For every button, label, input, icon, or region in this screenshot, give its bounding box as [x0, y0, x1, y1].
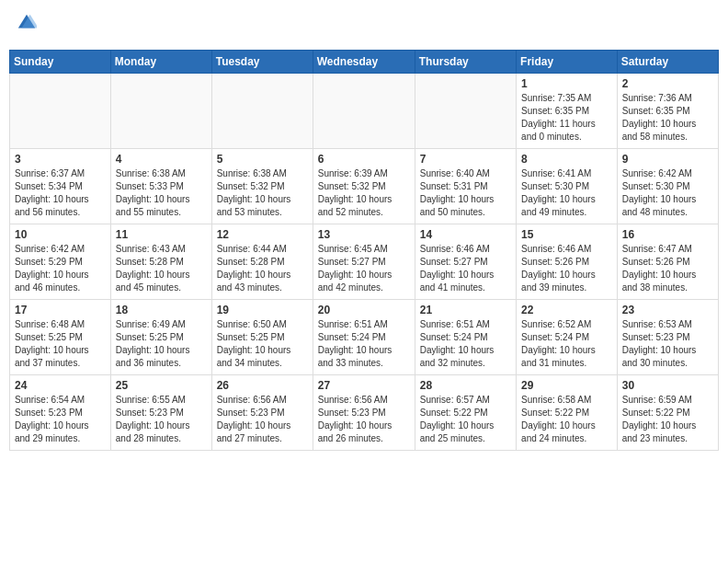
weekday-header-wednesday: Wednesday — [313, 51, 415, 74]
calendar-cell: 26Sunrise: 6:56 AMSunset: 5:23 PMDayligh… — [211, 375, 313, 451]
calendar-cell: 13Sunrise: 6:45 AMSunset: 5:27 PMDayligh… — [313, 224, 415, 300]
day-info: Sunrise: 6:46 AMSunset: 5:27 PMDaylight:… — [420, 243, 511, 294]
calendar-cell: 16Sunrise: 6:47 AMSunset: 5:26 PMDayligh… — [617, 224, 718, 300]
day-number: 20 — [318, 304, 410, 316]
calendar-cell: 23Sunrise: 6:53 AMSunset: 5:23 PMDayligh… — [617, 300, 718, 375]
calendar-cell: 4Sunrise: 6:38 AMSunset: 5:33 PMDaylight… — [110, 149, 211, 224]
day-number: 4 — [116, 153, 207, 166]
page-header — [9, 9, 719, 42]
day-info: Sunrise: 7:35 AMSunset: 6:35 PMDaylight:… — [521, 92, 612, 144]
day-number: 2 — [622, 77, 713, 90]
day-number: 1 — [521, 77, 612, 90]
day-info: Sunrise: 7:36 AMSunset: 6:35 PMDaylight:… — [622, 92, 713, 144]
calendar-week-row: 24Sunrise: 6:54 AMSunset: 5:23 PMDayligh… — [10, 375, 719, 451]
day-number: 7 — [420, 153, 511, 166]
day-info: Sunrise: 6:55 AMSunset: 5:23 PMDaylight:… — [116, 394, 207, 445]
day-number: 6 — [318, 153, 410, 166]
calendar-cell: 5Sunrise: 6:38 AMSunset: 5:32 PMDaylight… — [211, 149, 313, 224]
calendar-week-row: 17Sunrise: 6:48 AMSunset: 5:25 PMDayligh… — [10, 300, 719, 375]
day-number: 10 — [15, 228, 106, 241]
calendar-cell: 27Sunrise: 6:56 AMSunset: 5:23 PMDayligh… — [313, 375, 415, 451]
calendar-cell: 11Sunrise: 6:43 AMSunset: 5:28 PMDayligh… — [110, 224, 211, 300]
day-number: 17 — [15, 304, 106, 316]
day-number: 22 — [521, 304, 612, 316]
day-info: Sunrise: 6:43 AMSunset: 5:28 PMDaylight:… — [116, 243, 207, 294]
day-info: Sunrise: 6:57 AMSunset: 5:22 PMDaylight:… — [420, 394, 511, 445]
day-number: 16 — [622, 228, 713, 241]
calendar-cell: 3Sunrise: 6:37 AMSunset: 5:34 PMDaylight… — [10, 149, 111, 224]
day-number: 12 — [217, 228, 308, 241]
calendar-cell: 12Sunrise: 6:44 AMSunset: 5:28 PMDayligh… — [211, 224, 313, 300]
day-info: Sunrise: 6:42 AMSunset: 5:29 PMDaylight:… — [15, 243, 106, 294]
calendar-cell: 7Sunrise: 6:40 AMSunset: 5:31 PMDaylight… — [415, 149, 516, 224]
day-number: 14 — [420, 228, 511, 241]
day-number: 29 — [521, 379, 612, 392]
day-number: 25 — [116, 379, 207, 392]
calendar-cell: 20Sunrise: 6:51 AMSunset: 5:24 PMDayligh… — [313, 300, 415, 375]
day-number: 8 — [521, 153, 612, 166]
day-info: Sunrise: 6:51 AMSunset: 5:24 PMDaylight:… — [318, 318, 410, 370]
day-info: Sunrise: 6:56 AMSunset: 5:23 PMDaylight:… — [318, 394, 410, 445]
calendar-cell: 2Sunrise: 7:36 AMSunset: 6:35 PMDaylight… — [617, 74, 718, 149]
day-info: Sunrise: 6:49 AMSunset: 5:25 PMDaylight:… — [116, 318, 207, 370]
calendar-cell — [110, 74, 211, 149]
calendar-cell: 24Sunrise: 6:54 AMSunset: 5:23 PMDayligh… — [10, 375, 111, 451]
weekday-header-monday: Monday — [110, 51, 211, 74]
calendar-cell: 29Sunrise: 6:58 AMSunset: 5:22 PMDayligh… — [517, 375, 618, 451]
day-number: 11 — [116, 228, 207, 241]
day-number: 19 — [217, 304, 308, 316]
day-number: 28 — [420, 379, 511, 392]
day-info: Sunrise: 6:56 AMSunset: 5:23 PMDaylight:… — [217, 394, 308, 445]
day-info: Sunrise: 6:46 AMSunset: 5:26 PMDaylight:… — [521, 243, 612, 294]
day-number: 13 — [318, 228, 410, 241]
day-info: Sunrise: 6:45 AMSunset: 5:27 PMDaylight:… — [318, 243, 410, 294]
calendar-cell — [211, 74, 313, 149]
calendar-cell: 28Sunrise: 6:57 AMSunset: 5:22 PMDayligh… — [415, 375, 516, 451]
day-info: Sunrise: 6:59 AMSunset: 5:22 PMDaylight:… — [622, 394, 713, 445]
calendar-cell: 18Sunrise: 6:49 AMSunset: 5:25 PMDayligh… — [110, 300, 211, 375]
calendar-cell: 21Sunrise: 6:51 AMSunset: 5:24 PMDayligh… — [415, 300, 516, 375]
day-info: Sunrise: 6:53 AMSunset: 5:23 PMDaylight:… — [622, 318, 713, 370]
calendar-cell — [415, 74, 516, 149]
day-number: 15 — [521, 228, 612, 241]
calendar-cell: 9Sunrise: 6:42 AMSunset: 5:30 PMDaylight… — [617, 149, 718, 224]
calendar-table: SundayMondayTuesdayWednesdayThursdayFrid… — [9, 50, 719, 451]
calendar-cell — [10, 74, 111, 149]
day-info: Sunrise: 6:54 AMSunset: 5:23 PMDaylight:… — [15, 394, 106, 445]
calendar-cell: 17Sunrise: 6:48 AMSunset: 5:25 PMDayligh… — [10, 300, 111, 375]
weekday-header-thursday: Thursday — [415, 51, 516, 74]
calendar-cell: 30Sunrise: 6:59 AMSunset: 5:22 PMDayligh… — [617, 375, 718, 451]
calendar-cell: 15Sunrise: 6:46 AMSunset: 5:26 PMDayligh… — [517, 224, 618, 300]
calendar-cell — [313, 74, 415, 149]
calendar-cell: 14Sunrise: 6:46 AMSunset: 5:27 PMDayligh… — [415, 224, 516, 300]
day-info: Sunrise: 6:44 AMSunset: 5:28 PMDaylight:… — [217, 243, 308, 294]
day-number: 24 — [15, 379, 106, 392]
day-number: 3 — [15, 153, 106, 166]
day-number: 23 — [622, 304, 713, 316]
day-info: Sunrise: 6:42 AMSunset: 5:30 PMDaylight:… — [622, 167, 713, 219]
calendar-cell: 22Sunrise: 6:52 AMSunset: 5:24 PMDayligh… — [517, 300, 618, 375]
calendar-week-row: 1Sunrise: 7:35 AMSunset: 6:35 PMDaylight… — [10, 74, 719, 149]
calendar-cell: 10Sunrise: 6:42 AMSunset: 5:29 PMDayligh… — [10, 224, 111, 300]
weekday-header-row: SundayMondayTuesdayWednesdayThursdayFrid… — [10, 51, 719, 74]
day-info: Sunrise: 6:39 AMSunset: 5:32 PMDaylight:… — [318, 167, 410, 219]
day-number: 5 — [217, 153, 308, 166]
weekday-header-sunday: Sunday — [10, 51, 111, 74]
calendar-week-row: 3Sunrise: 6:37 AMSunset: 5:34 PMDaylight… — [10, 149, 719, 224]
day-number: 9 — [622, 153, 713, 166]
calendar-cell: 6Sunrise: 6:39 AMSunset: 5:32 PMDaylight… — [313, 149, 415, 224]
day-number: 26 — [217, 379, 308, 392]
day-info: Sunrise: 6:41 AMSunset: 5:30 PMDaylight:… — [521, 167, 612, 219]
day-number: 21 — [420, 304, 511, 316]
day-info: Sunrise: 6:38 AMSunset: 5:32 PMDaylight:… — [217, 167, 308, 219]
day-number: 18 — [116, 304, 207, 316]
day-info: Sunrise: 6:51 AMSunset: 5:24 PMDaylight:… — [420, 318, 511, 370]
day-info: Sunrise: 6:47 AMSunset: 5:26 PMDaylight:… — [622, 243, 713, 294]
day-info: Sunrise: 6:38 AMSunset: 5:33 PMDaylight:… — [116, 167, 207, 219]
calendar-cell: 19Sunrise: 6:50 AMSunset: 5:25 PMDayligh… — [211, 300, 313, 375]
day-info: Sunrise: 6:58 AMSunset: 5:22 PMDaylight:… — [521, 394, 612, 445]
calendar-cell: 8Sunrise: 6:41 AMSunset: 5:30 PMDaylight… — [517, 149, 618, 224]
day-info: Sunrise: 6:52 AMSunset: 5:24 PMDaylight:… — [521, 318, 612, 370]
weekday-header-friday: Friday — [517, 51, 618, 74]
weekday-header-tuesday: Tuesday — [211, 51, 313, 74]
